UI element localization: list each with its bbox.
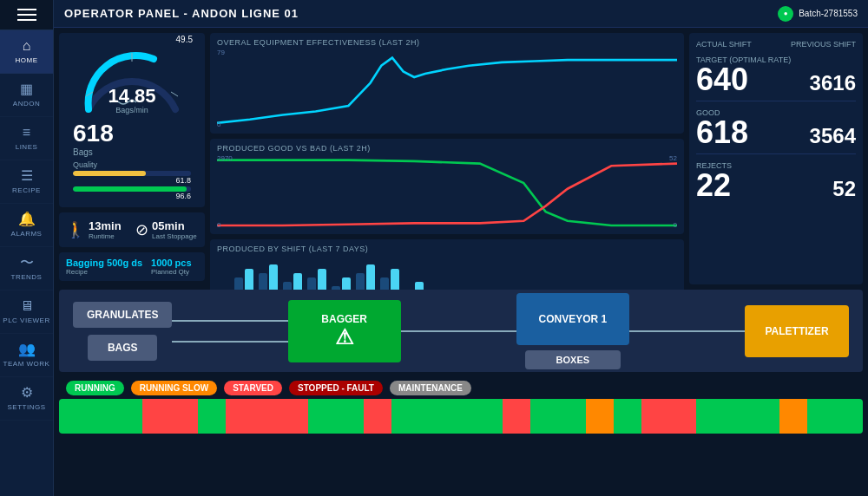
good-bad-chart-title: PRODUCED GOOD VS BAD (Last 2h) [217,144,677,153]
gauge-value: 14.85 Bags/min [108,87,155,114]
sidebar-label-lines: LINES [16,143,38,151]
gauge-card: 49.5 [59,33,205,207]
prev-rejects-value: 52 [832,177,856,201]
gauge-container: 14.85 Bags/min [76,40,188,118]
sidebar-item-team[interactable]: 👥 TEAM WORK [0,334,53,377]
timeline-seg-1 [59,399,142,434]
sidebar-label-andon: ANDON [13,100,40,108]
good-bad-val-right2: 0 [674,221,677,229]
bags-box[interactable]: BAGS [88,335,157,361]
legend-slow-label: RUNNING SLOW [140,383,208,393]
sidebar-item-settings[interactable]: ⚙ SETTINGS [0,377,53,421]
recipe-icon: ☰ [21,169,33,183]
center-panel: OVERAL EQUIPMENT EFFECTIVENESS (Last 2h)… [210,33,684,284]
oee-chart-card: OVERAL EQUIPMENT EFFECTIVENESS (Last 2h)… [210,33,684,134]
runtime-label: Runtime [89,232,122,240]
batch-id: Batch-2781553 [799,9,858,18]
runtime-info: 13min Runtime [89,219,122,240]
quality-bar-container: Quality 61.8 [69,160,194,185]
sidebar-label-home: HOME [16,56,38,64]
svg-line-2 [171,92,178,96]
conveyor-group: CONVEYOR 1 BOXES [516,293,629,369]
good-bad-chart-card: PRODUCED GOOD VS BAD (Last 2h) 2970 0 52… [210,139,684,234]
dashboard: 49.5 [54,28,868,496]
shift-good-row: GOOD 618 3564 [696,108,856,154]
menu-icon[interactable] [17,9,36,21]
bagger-box[interactable]: BAGGER ⚠ [288,300,401,362]
timeline-seg-7 [391,399,503,434]
shift-chart-title: PRODUCED By Shift (Last 7 days) [217,245,677,253]
oee-svg [217,49,677,128]
sidebar-label-alarms: ALARMS [11,230,43,238]
timeline-row [59,399,863,434]
runtime-icon: 🚶 [66,220,85,239]
gauge-number: 14.85 [108,87,155,106]
inputs-group: GRANULATES BAGS [73,302,172,361]
planned-label: Planned Qty [151,268,191,276]
home-icon: ⌂ [23,39,31,53]
runtime-card: 🚶 13min Runtime ⊘ 05min Last Stoppage [59,212,205,247]
legend-maintenance: MAINTENANCE [390,381,471,395]
recipe-name-item: Bagging 500g ds Recipe [66,258,142,276]
timeline-seg-5 [308,399,364,434]
recipe-name: Bagging 500g ds [66,258,142,268]
quality-val2: 96.6 [73,192,191,200]
timeline-seg-4 [226,399,309,434]
legend-running-label: RUNNING [75,383,115,393]
stoppage-info: 05min Last Stoppage [152,219,197,240]
timeline-seg-14 [779,399,807,434]
sidebar-item-home[interactable]: ⌂ HOME [0,30,53,74]
input-connectors [172,320,287,343]
recipe-card: Bagging 500g ds Recipe 1000 pcs Planned … [59,252,205,281]
page-title: OPERATOR PANEL - ANDON LIGNE 01 [64,7,299,20]
sidebar-item-alarms[interactable]: 🔔 ALARMS [0,204,53,247]
sidebar-item-trends[interactable]: 〜 TRENDS [0,247,53,290]
actual-good-value: 618 [696,117,748,148]
bags-count: 618 [69,120,194,147]
shift-rejects-row: REJECTS 22 52 [696,161,856,206]
good-bad-chart-area: 2970 0 52 0 [217,154,677,229]
connector-bags [172,341,287,343]
batch-badge: ● Batch-2781553 [778,6,858,22]
bags-label: Bags [69,147,194,157]
timeline-seg-2 [142,399,198,434]
planned-qty-item: 1000 pcs Planned Qty [151,258,191,276]
bagger-label: BAGGER [321,313,367,325]
timeline-seg-6 [364,399,391,434]
good-bad-val-right: 52 [669,154,677,162]
legend-fault-label: STOPPED - FAULT [298,383,374,393]
timeline-seg-3 [198,399,226,434]
target-values: 640 3616 [696,64,856,95]
sidebar-item-recipe[interactable]: ☰ RECIPE [0,160,53,204]
recipe-label: Recipe [66,268,142,276]
status-section: RUNNING RUNNING SLOW STARVED STOPPED - F… [59,377,863,434]
sidebar-label-recipe: RECIPE [12,186,41,194]
stoppage-item: ⊘ 05min Last Stoppage [135,219,198,240]
oee-y-max: 79 [217,49,225,56]
conveyor1-box[interactable]: CONVEYOR 1 [516,293,629,345]
sidebar-item-andon[interactable]: ▦ ANDON [0,74,53,117]
prev-good-value: 3564 [810,124,856,148]
timeline-seg-10 [586,399,614,434]
good-bad-svg [217,154,677,229]
shift-target-row: TARGET (Optimal Rate) 640 3616 [696,55,856,101]
actual-shift-label: ACTUAL SHIFT [696,40,752,49]
timeline-seg-8 [503,399,530,434]
plc-icon: 🖥 [20,299,34,313]
legend-running: RUNNING [66,381,124,395]
palettizer-box[interactable]: PALETTIZER [745,305,849,357]
topbar: OPERATOR PANEL - ANDON LIGNE 01 ● Batch-… [54,0,868,28]
shift-stats-panel: ACTUAL SHIFT PREVIOUS SHIFT TARGET (Opti… [689,33,863,284]
stoppage-label: Last Stoppage [152,232,197,240]
boxes-box[interactable]: BOXES [525,350,621,369]
granulates-box[interactable]: GRANULATES [73,302,172,328]
sidebar-item-plc[interactable]: 🖥 PLC Viewer [0,290,53,334]
batch-status-circle: ● [778,6,793,22]
good-bad-y-max: 2970 [217,154,233,162]
quality-label: Quality [73,160,191,169]
sidebar-label-plc: PLC Viewer [3,317,49,324]
sidebar-item-lines[interactable]: ≡ LINES [0,117,53,160]
actual-target-value: 640 [696,64,748,95]
lines-icon: ≡ [23,126,30,140]
good-values: 618 3564 [696,117,856,148]
